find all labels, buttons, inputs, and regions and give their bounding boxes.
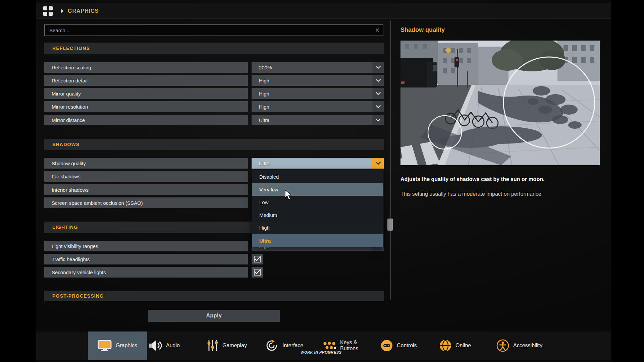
breadcrumb-chevron-icon — [61, 9, 64, 13]
tab-audio[interactable]: Audio — [149, 331, 200, 360]
key-dots-icon — [323, 341, 336, 350]
checkbox-secondary-vehicle-lights[interactable] — [252, 267, 263, 278]
breadcrumb: GRAPHICS — [68, 8, 99, 14]
setting-label-ssao[interactable]: Screen space ambient occlusion (SSAO) — [44, 197, 248, 208]
section-post-processing: POST-PROCESSING — [44, 291, 384, 301]
tab-graphics[interactable]: Graphics — [88, 331, 147, 360]
tab-accessibility[interactable]: Accessibility — [496, 331, 574, 360]
tab-gameplay[interactable]: Gameplay — [207, 331, 264, 360]
dropdown-shadow-quality-open[interactable]: Ultra — [252, 158, 384, 169]
chevron-down-icon[interactable] — [372, 75, 384, 86]
check-icon — [255, 270, 260, 274]
check-icon — [255, 257, 260, 261]
section-title: SHADOWS — [52, 142, 80, 147]
monitor-icon — [98, 340, 112, 351]
setting-label-far-shadows[interactable]: Far shadows — [44, 171, 248, 182]
clear-search-icon[interactable]: ✕ — [372, 27, 383, 34]
speaker-icon — [149, 340, 162, 351]
chevron-down-icon[interactable] — [372, 115, 384, 125]
scrollbar-thumb[interactable] — [387, 219, 393, 231]
option-low[interactable]: Low — [252, 196, 383, 208]
accessibility-icon — [496, 339, 509, 352]
setting-label-traffic-headlights[interactable]: Traffic headlights — [44, 254, 248, 264]
chevron-down-icon[interactable] — [372, 88, 384, 99]
setting-label-interior-shadows[interactable]: Interior shadows — [44, 184, 248, 195]
option-disabled[interactable]: Disabled — [252, 170, 383, 183]
setting-label-reflection-scaling[interactable]: Reflection scaling — [44, 62, 248, 73]
bottom-nav: Graphics Audio Gameplay — [36, 331, 611, 360]
scrollbar-track[interactable] — [390, 20, 391, 300]
detail-title: Shadow quality — [400, 26, 445, 34]
setting-label-light-visibility-ranges[interactable]: Light visibility ranges — [44, 241, 248, 251]
dropdown-mirror-resolution[interactable]: High — [252, 101, 384, 112]
detail-description-primary: Adjusts the quality of shadows cast by t… — [400, 176, 602, 182]
search-bar: ✕ — [44, 24, 383, 36]
setting-label-mirror-quality[interactable]: Mirror quality — [44, 88, 248, 99]
mouse-cursor — [285, 190, 292, 202]
menu-grid-icon[interactable] — [43, 6, 53, 16]
dropdown-mirror-distance[interactable]: Ultra — [252, 115, 384, 125]
section-title: POST-PROCESSING — [52, 293, 104, 299]
chevron-down-icon[interactable] — [372, 62, 384, 73]
search-input[interactable] — [45, 27, 372, 33]
dropdown-mirror-quality[interactable]: High — [252, 88, 384, 99]
setting-label-mirror-resolution[interactable]: Mirror resolution — [44, 101, 248, 112]
sliders-icon — [207, 340, 218, 351]
detail-description-secondary: This setting usually has a moderate impa… — [400, 191, 602, 197]
section-reflections: REFLECTIONS — [44, 43, 384, 54]
option-ultra[interactable]: Ultra — [252, 234, 383, 247]
tab-online[interactable]: Online — [439, 331, 490, 360]
setting-label-secondary-vehicle-lights[interactable]: Secondary vehicle lights — [44, 267, 248, 278]
setting-label-reflection-detail[interactable]: Reflection detail — [44, 75, 248, 86]
tab-interface[interactable]: Interface — [265, 331, 322, 360]
checkbox-traffic-headlights[interactable] — [252, 254, 263, 264]
shadow-quality-dropdown-list: Disabled Very low Low Medium High Ultra — [252, 170, 384, 247]
option-high[interactable]: High — [252, 222, 383, 234]
section-shadows: SHADOWS — [44, 139, 384, 150]
setting-label-mirror-distance[interactable]: Mirror distance — [44, 115, 248, 125]
graphics-settings-screen: GRAPHICS ✕ REFLECTIONS Reflection scalin… — [0, 0, 644, 362]
swirl-cursor-icon — [265, 339, 278, 352]
section-title: REFLECTIONS — [52, 46, 90, 51]
dropdown-reflection-detail[interactable]: High — [252, 75, 384, 86]
dropdown-reflection-scaling[interactable]: 200% — [252, 62, 384, 73]
tab-controls[interactable]: Controls — [381, 331, 438, 360]
top-bar: GRAPHICS — [36, 3, 611, 19]
apply-button[interactable]: Apply — [148, 310, 280, 322]
tab-keys-buttons[interactable]: Keys & Buttons — [323, 331, 386, 360]
option-very-low[interactable]: Very low — [252, 183, 383, 196]
shadow-quality-preview-image — [400, 41, 600, 165]
globe-icon — [439, 340, 451, 352]
setting-label-shadow-quality[interactable]: Shadow quality — [44, 158, 248, 169]
gamepad-icon — [381, 340, 393, 352]
option-medium[interactable]: Medium — [252, 209, 383, 222]
chevron-down-icon[interactable] — [372, 158, 384, 169]
chevron-down-icon[interactable] — [372, 101, 384, 112]
section-title: LIGHTING — [52, 225, 78, 230]
